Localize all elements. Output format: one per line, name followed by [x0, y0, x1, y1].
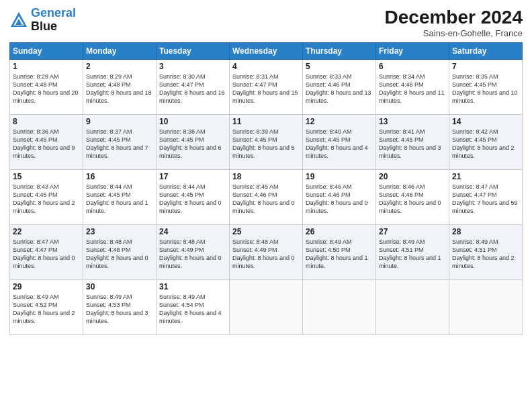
header: General Blue December 2024 Sains-en-Gohe…	[9, 7, 523, 38]
cell-info: Sunrise: 8:38 AMSunset: 4:45 PMDaylight:…	[159, 128, 226, 161]
cell-info: Sunrise: 8:47 AMSunset: 4:47 PMDaylight:…	[452, 183, 519, 216]
cal-cell: 14Sunrise: 8:42 AMSunset: 4:45 PMDayligh…	[449, 115, 523, 170]
cell-info: Sunrise: 8:45 AMSunset: 4:46 PMDaylight:…	[232, 183, 300, 216]
cal-cell: 19Sunrise: 8:46 AMSunset: 4:46 PMDayligh…	[303, 170, 376, 225]
cell-info: Sunrise: 8:48 AMSunset: 4:48 PMDaylight:…	[86, 238, 153, 271]
logo: General Blue	[9, 7, 76, 34]
cal-cell: 3Sunrise: 8:30 AMSunset: 4:47 PMDaylight…	[157, 60, 230, 115]
cal-cell: 13Sunrise: 8:41 AMSunset: 4:45 PMDayligh…	[376, 115, 449, 170]
month-title: December 2024	[385, 7, 523, 28]
logo-icon	[9, 11, 28, 30]
day-number: 11	[232, 117, 300, 126]
cell-info: Sunrise: 8:49 AMSunset: 4:51 PMDaylight:…	[452, 238, 519, 271]
weekday-header-wednesday: Wednesday	[230, 43, 303, 60]
cal-cell: 2Sunrise: 8:29 AMSunset: 4:48 PMDaylight…	[83, 60, 157, 115]
weekday-header-thursday: Thursday	[303, 43, 376, 60]
cell-info: Sunrise: 8:31 AMSunset: 4:47 PMDaylight:…	[232, 73, 300, 105]
cell-info: Sunrise: 8:37 AMSunset: 4:45 PMDaylight:…	[86, 128, 153, 161]
day-number: 19	[306, 172, 373, 181]
weekday-header-friday: Friday	[376, 43, 449, 60]
cell-info: Sunrise: 8:41 AMSunset: 4:45 PMDaylight:…	[379, 128, 446, 161]
day-number: 12	[306, 117, 373, 126]
day-number: 22	[13, 227, 80, 236]
cal-cell: 23Sunrise: 8:48 AMSunset: 4:48 PMDayligh…	[83, 225, 157, 280]
cal-cell: 8Sunrise: 8:36 AMSunset: 4:45 PMDaylight…	[10, 115, 83, 170]
cal-cell: 10Sunrise: 8:38 AMSunset: 4:45 PMDayligh…	[157, 115, 230, 170]
day-number: 9	[86, 117, 153, 126]
cell-info: Sunrise: 8:49 AMSunset: 4:54 PMDaylight:…	[159, 293, 226, 326]
cell-info: Sunrise: 8:30 AMSunset: 4:47 PMDaylight:…	[159, 73, 226, 105]
cal-cell: 9Sunrise: 8:37 AMSunset: 4:45 PMDaylight…	[83, 115, 157, 170]
week-row-1: 1Sunrise: 8:28 AMSunset: 4:48 PMDaylight…	[10, 60, 523, 115]
cal-cell: 30Sunrise: 8:49 AMSunset: 4:53 PMDayligh…	[83, 280, 157, 335]
day-number: 21	[452, 172, 519, 181]
day-number: 1	[13, 62, 80, 71]
cal-cell: 4Sunrise: 8:31 AMSunset: 4:47 PMDaylight…	[230, 60, 303, 115]
cell-info: Sunrise: 8:33 AMSunset: 4:46 PMDaylight:…	[306, 73, 373, 105]
weekday-header-sunday: Sunday	[10, 43, 83, 60]
day-number: 31	[159, 282, 226, 291]
cal-cell: 20Sunrise: 8:46 AMSunset: 4:46 PMDayligh…	[376, 170, 449, 225]
day-number: 14	[452, 117, 519, 126]
cal-cell: 26Sunrise: 8:49 AMSunset: 4:50 PMDayligh…	[303, 225, 376, 280]
cell-info: Sunrise: 8:35 AMSunset: 4:45 PMDaylight:…	[452, 73, 519, 105]
cal-cell	[303, 280, 376, 335]
cal-cell: 18Sunrise: 8:45 AMSunset: 4:46 PMDayligh…	[230, 170, 303, 225]
cal-cell	[449, 280, 523, 335]
day-number: 8	[13, 117, 80, 126]
day-number: 7	[452, 62, 519, 71]
cell-info: Sunrise: 8:49 AMSunset: 4:51 PMDaylight:…	[379, 238, 446, 271]
cal-cell	[230, 280, 303, 335]
cal-cell: 28Sunrise: 8:49 AMSunset: 4:51 PMDayligh…	[449, 225, 523, 280]
cell-info: Sunrise: 8:28 AMSunset: 4:48 PMDaylight:…	[13, 73, 80, 105]
day-number: 16	[86, 172, 153, 181]
day-number: 24	[159, 227, 226, 236]
day-number: 13	[379, 117, 446, 126]
day-number: 5	[306, 62, 373, 71]
day-number: 18	[232, 172, 300, 181]
weekday-header-saturday: Saturday	[449, 43, 523, 60]
week-row-2: 8Sunrise: 8:36 AMSunset: 4:45 PMDaylight…	[10, 115, 523, 170]
cal-cell: 1Sunrise: 8:28 AMSunset: 4:48 PMDaylight…	[10, 60, 83, 115]
day-number: 10	[159, 117, 226, 126]
subtitle: Sains-en-Gohelle, France	[385, 28, 523, 38]
logo-text: General Blue	[31, 7, 76, 34]
cell-info: Sunrise: 8:36 AMSunset: 4:45 PMDaylight:…	[13, 128, 80, 161]
cell-info: Sunrise: 8:34 AMSunset: 4:46 PMDaylight:…	[379, 73, 446, 105]
week-row-4: 22Sunrise: 8:47 AMSunset: 4:47 PMDayligh…	[10, 225, 523, 280]
cal-cell: 12Sunrise: 8:40 AMSunset: 4:45 PMDayligh…	[303, 115, 376, 170]
cell-info: Sunrise: 8:49 AMSunset: 4:50 PMDaylight:…	[306, 238, 373, 271]
day-number: 30	[86, 282, 153, 291]
cal-cell: 22Sunrise: 8:47 AMSunset: 4:47 PMDayligh…	[10, 225, 83, 280]
page: General Blue December 2024 Sains-en-Gohe…	[0, 0, 532, 411]
cell-info: Sunrise: 8:49 AMSunset: 4:53 PMDaylight:…	[86, 293, 153, 326]
day-number: 15	[13, 172, 80, 181]
day-number: 28	[452, 227, 519, 236]
weekday-header-monday: Monday	[83, 43, 157, 60]
cal-cell	[376, 280, 449, 335]
cell-info: Sunrise: 8:49 AMSunset: 4:52 PMDaylight:…	[13, 293, 80, 326]
day-number: 23	[86, 227, 153, 236]
cell-info: Sunrise: 8:46 AMSunset: 4:46 PMDaylight:…	[379, 183, 446, 216]
title-block: December 2024 Sains-en-Gohelle, France	[385, 7, 523, 38]
cal-cell: 5Sunrise: 8:33 AMSunset: 4:46 PMDaylight…	[303, 60, 376, 115]
cal-cell: 21Sunrise: 8:47 AMSunset: 4:47 PMDayligh…	[449, 170, 523, 225]
cal-cell: 6Sunrise: 8:34 AMSunset: 4:46 PMDaylight…	[376, 60, 449, 115]
cell-info: Sunrise: 8:42 AMSunset: 4:45 PMDaylight:…	[452, 128, 519, 161]
cal-cell: 25Sunrise: 8:48 AMSunset: 4:49 PMDayligh…	[230, 225, 303, 280]
cell-info: Sunrise: 8:44 AMSunset: 4:45 PMDaylight:…	[159, 183, 226, 216]
cal-cell: 17Sunrise: 8:44 AMSunset: 4:45 PMDayligh…	[157, 170, 230, 225]
day-number: 25	[232, 227, 300, 236]
cell-info: Sunrise: 8:43 AMSunset: 4:45 PMDaylight:…	[13, 183, 80, 216]
calendar-table: SundayMondayTuesdayWednesdayThursdayFrid…	[9, 42, 523, 335]
weekday-header-tuesday: Tuesday	[157, 43, 230, 60]
week-row-3: 15Sunrise: 8:43 AMSunset: 4:45 PMDayligh…	[10, 170, 523, 225]
cell-info: Sunrise: 8:48 AMSunset: 4:49 PMDaylight:…	[159, 238, 226, 271]
cal-cell: 24Sunrise: 8:48 AMSunset: 4:49 PMDayligh…	[157, 225, 230, 280]
day-number: 4	[232, 62, 300, 71]
cal-cell: 11Sunrise: 8:39 AMSunset: 4:45 PMDayligh…	[230, 115, 303, 170]
day-number: 20	[379, 172, 446, 181]
cal-cell: 16Sunrise: 8:44 AMSunset: 4:45 PMDayligh…	[83, 170, 157, 225]
cal-cell: 29Sunrise: 8:49 AMSunset: 4:52 PMDayligh…	[10, 280, 83, 335]
day-number: 17	[159, 172, 226, 181]
